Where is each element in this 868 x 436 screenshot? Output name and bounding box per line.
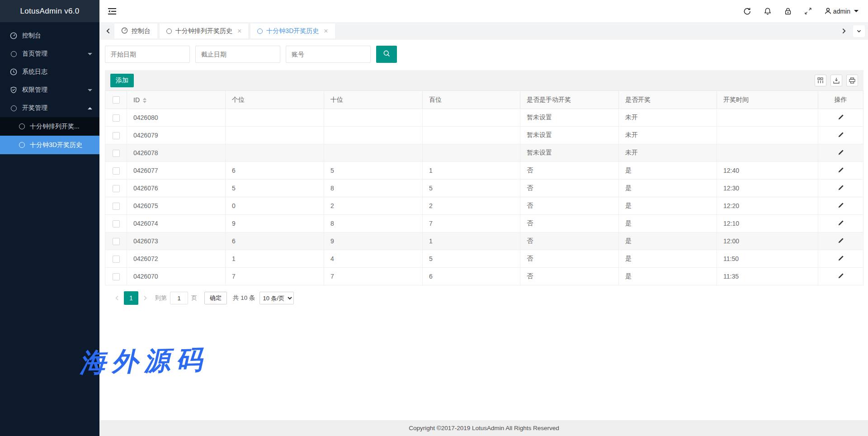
cell-drawn: 是 (619, 232, 717, 250)
row-checkbox[interactable] (113, 220, 120, 227)
edit-icon[interactable] (838, 202, 844, 209)
cell-tens: 9 (324, 232, 423, 250)
edit-icon[interactable] (838, 255, 844, 261)
cell-id: 0426079 (127, 127, 226, 144)
tab-label: 十分钟3D开奖历史 (266, 27, 319, 35)
cell-manual: 否 (520, 232, 619, 250)
close-icon[interactable]: × (324, 28, 328, 35)
cell-hundreds (423, 127, 520, 144)
sidebar-subitem-label: 十分钟3D开奖历史 (30, 141, 82, 149)
sidebar-item-system-log[interactable]: 系统日志 (0, 63, 99, 81)
sidebar-item-home-mgmt[interactable]: 首页管理 (0, 45, 99, 63)
row-checkbox[interactable] (113, 256, 120, 263)
cell-drawn: 是 (619, 215, 717, 232)
tab-scroll-left-icon[interactable] (102, 28, 114, 34)
sidebar-item-permission-mgmt[interactable]: 权限管理 (0, 81, 99, 99)
sidebar-item-console[interactable]: 控制台 (0, 27, 99, 45)
tab-dropdown-icon[interactable] (853, 25, 865, 37)
header-drawn: 是否开奖 (619, 91, 717, 109)
row-checkbox-cell (105, 162, 127, 180)
row-checkbox[interactable] (113, 167, 120, 175)
export-icon[interactable] (830, 75, 842, 86)
prev-page-icon[interactable] (110, 295, 124, 301)
close-icon[interactable]: × (237, 28, 241, 35)
cell-tens: 7 (324, 268, 423, 285)
tab-scroll-right-icon[interactable] (838, 28, 850, 34)
tab-console[interactable]: 控制台 (114, 24, 157, 38)
account-input[interactable] (286, 46, 371, 63)
add-button[interactable]: 添加 (110, 74, 134, 87)
end-date-input[interactable] (195, 46, 280, 63)
app-logo: LotusAdmin v6.0 (0, 0, 99, 22)
cell-hundreds: 1 (423, 232, 520, 250)
confirm-button[interactable]: 确定 (204, 292, 227, 304)
edit-icon[interactable] (838, 149, 844, 156)
cell-units: 6 (226, 232, 324, 250)
page-size-select[interactable]: 10 条/页 (259, 292, 294, 304)
dashboard-icon (121, 27, 128, 35)
fullscreen-icon[interactable] (804, 7, 812, 15)
cell-units (226, 127, 324, 144)
refresh-icon[interactable] (743, 7, 751, 15)
circle-icon (257, 28, 263, 34)
lock-icon[interactable] (784, 7, 792, 15)
edit-icon[interactable] (838, 273, 844, 279)
circle-icon (18, 142, 25, 149)
row-checkbox[interactable] (113, 185, 120, 192)
page-number-button[interactable]: 1 (124, 291, 138, 305)
sidebar-item-draw-mgmt[interactable]: 开奖管理 (0, 99, 99, 117)
select-all-checkbox[interactable] (113, 96, 120, 104)
sort-icon[interactable] (143, 98, 146, 103)
cell-tens: 2 (324, 197, 423, 215)
cell-time: 12:40 (717, 162, 818, 180)
cell-drawn: 未开 (619, 109, 717, 127)
cell-actions (818, 162, 863, 180)
header-id[interactable]: ID (127, 91, 226, 109)
cell-manual: 暂未设置 (520, 109, 619, 127)
sidebar-subitem-label: 十分钟排列开奖... (30, 123, 80, 131)
edit-icon[interactable] (838, 132, 844, 138)
sidebar-subitem-3d-history[interactable]: 十分钟3D开奖历史 (0, 136, 99, 154)
edit-icon[interactable] (838, 167, 844, 173)
table-row: 0426070 7 7 6 否 是 11:35 (105, 268, 863, 285)
edit-icon[interactable] (838, 220, 844, 226)
bell-icon[interactable] (764, 7, 772, 15)
sidebar-subitem-pailie-history[interactable]: 十分钟排列开奖... (0, 117, 99, 136)
cell-id: 0426073 (127, 232, 226, 250)
table-toolbar: 添加 (105, 70, 863, 90)
page-label: 页 (191, 294, 197, 302)
next-page-icon[interactable] (138, 295, 152, 301)
row-checkbox[interactable] (113, 114, 120, 122)
cell-actions (818, 197, 863, 215)
circle-icon (18, 123, 25, 130)
cell-manual: 暂未设置 (520, 144, 619, 162)
tab-pailie-history[interactable]: 十分钟排列开奖历史 × (160, 24, 248, 38)
row-checkbox[interactable] (113, 238, 120, 245)
row-checkbox[interactable] (113, 150, 120, 157)
chevron-down-icon (88, 53, 92, 55)
edit-icon[interactable] (838, 237, 844, 244)
toolbar-right-icons (815, 75, 858, 86)
row-checkbox[interactable] (113, 203, 120, 210)
print-icon[interactable] (846, 75, 858, 86)
header-checkbox-cell (105, 91, 127, 109)
search-button[interactable] (376, 46, 397, 63)
user-menu[interactable]: admin (824, 7, 859, 15)
cell-hundreds: 2 (423, 197, 520, 215)
goto-page-input[interactable] (170, 292, 188, 304)
edit-icon[interactable] (838, 114, 844, 120)
table-row: 0426078 暂未设置 未开 (105, 144, 863, 162)
cell-hundreds: 7 (423, 215, 520, 232)
cell-time: 12:20 (717, 197, 818, 215)
start-date-input[interactable] (105, 46, 190, 63)
tab-3d-history[interactable]: 十分钟3D开奖历史 × (250, 24, 335, 38)
header-actions: 操作 (818, 91, 863, 109)
sidebar-collapse-icon[interactable] (108, 7, 117, 15)
row-checkbox[interactable] (113, 132, 120, 139)
cell-units: 9 (226, 215, 324, 232)
columns-icon[interactable] (815, 75, 826, 86)
row-checkbox[interactable] (113, 273, 120, 280)
edit-icon[interactable] (838, 185, 844, 191)
app-root: LotusAdmin v6.0 控制台 首页管理 系统日志 (0, 0, 868, 436)
table-row: 0426077 6 5 1 否 是 12:40 (105, 162, 863, 180)
